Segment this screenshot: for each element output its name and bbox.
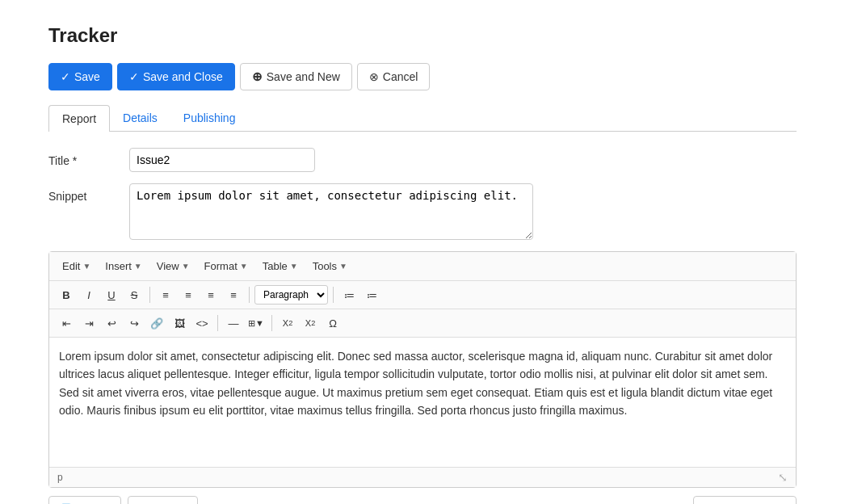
paragraph-select[interactable]: Paragraph Heading 1 Heading 2 Heading 3 … xyxy=(254,285,328,304)
menu-format[interactable]: Format ▼ xyxy=(198,257,254,275)
editor-body[interactable]: Lorem ipsum dolor sit amet, consectetur … xyxy=(49,338,796,467)
ordered-list-button[interactable]: ≔ xyxy=(361,284,382,305)
edit-chevron: ▼ xyxy=(82,262,90,271)
hr-button[interactable]: — xyxy=(223,313,244,334)
table-insert-button[interactable]: ⊞▼ xyxy=(246,313,267,334)
editor-toolbar-row1: B I U S ≡ ≡ ≡ ≡ Paragraph Heading 1 Head… xyxy=(49,281,796,309)
editor-container: Edit ▼ Insert ▼ View ▼ Format ▼ Table ▼ … xyxy=(48,251,797,488)
align-right-button[interactable]: ≡ xyxy=(200,284,221,305)
separator-4 xyxy=(217,315,218,331)
bold-button[interactable]: B xyxy=(56,284,77,305)
code-button[interactable]: <> xyxy=(191,313,212,334)
page-title: Tracker xyxy=(48,24,797,47)
editor-menubar: Edit ▼ Insert ▼ View ▼ Format ▼ Table ▼ … xyxy=(49,252,796,281)
separator-5 xyxy=(271,315,272,331)
link-button[interactable]: 🔗 xyxy=(146,313,167,334)
snippet-label: Snippet xyxy=(48,183,129,203)
align-center-button[interactable]: ≡ xyxy=(178,284,199,305)
editor-statusbar: p ⤡ xyxy=(49,467,796,487)
toolbar: ✓ Save ✓ Save and Close ⊕ Save and New ⊗… xyxy=(48,63,797,90)
view-chevron: ▼ xyxy=(182,262,190,271)
plus-icon: ⊕ xyxy=(252,69,263,84)
resize-handle-icon[interactable]: ⤡ xyxy=(778,471,788,484)
separator-2 xyxy=(249,287,250,303)
save-close-button[interactable]: ✓ Save and Close xyxy=(117,63,235,90)
outdent-button[interactable]: ⇤ xyxy=(56,313,77,334)
cancel-button[interactable]: ⊗ Cancel xyxy=(357,63,431,90)
format-chevron: ▼ xyxy=(240,262,248,271)
bottom-toolbar: 📄 Article 🖼 Image 👁 Toggle editor xyxy=(48,496,797,504)
x-icon: ⊗ xyxy=(369,70,379,83)
title-field-group: Title * xyxy=(48,148,797,172)
menu-tools[interactable]: Tools ▼ xyxy=(306,257,354,275)
menu-view[interactable]: View ▼ xyxy=(150,257,196,275)
tabs-nav: Report Details Publishing xyxy=(48,105,797,132)
tab-report[interactable]: Report xyxy=(48,105,110,132)
article-button[interactable]: 📄 Article xyxy=(48,496,121,504)
tab-publishing[interactable]: Publishing xyxy=(170,105,249,132)
image-button[interactable]: 🖼 xyxy=(169,313,190,334)
align-justify-button[interactable]: ≡ xyxy=(223,284,244,305)
image-insert-button[interactable]: 🖼 Image xyxy=(128,496,198,504)
statusbar-tag: p xyxy=(57,472,63,483)
special-chars-button[interactable]: Ω xyxy=(322,313,343,334)
italic-button[interactable]: I xyxy=(78,284,99,305)
bottom-left-buttons: 📄 Article 🖼 Image xyxy=(48,496,198,504)
unordered-list-button[interactable]: ≔ xyxy=(338,284,359,305)
underline-button[interactable]: U xyxy=(101,284,122,305)
strikethrough-button[interactable]: S xyxy=(124,284,145,305)
insert-chevron: ▼ xyxy=(134,262,142,271)
indent-button[interactable]: ⇥ xyxy=(78,313,99,334)
title-label: Title * xyxy=(48,148,129,167)
subscript-button[interactable]: X2 xyxy=(277,313,298,334)
separator-3 xyxy=(333,287,334,303)
menu-insert[interactable]: Insert ▼ xyxy=(99,257,148,275)
superscript-button[interactable]: X2 xyxy=(300,313,321,334)
check-icon: ✓ xyxy=(61,70,70,83)
tools-chevron: ▼ xyxy=(339,262,347,271)
snippet-textarea[interactable]: Lorem ipsum dolor sit amet, consectetur … xyxy=(129,183,533,240)
menu-table[interactable]: Table ▼ xyxy=(256,257,305,275)
save-button[interactable]: ✓ Save xyxy=(48,63,112,90)
editor-content: Lorem ipsum dolor sit amet, consectetur … xyxy=(59,347,786,420)
redo-button[interactable]: ↪ xyxy=(124,313,145,334)
bottom-right-buttons: 👁 Toggle editor xyxy=(693,496,797,504)
undo-button[interactable]: ↩ xyxy=(101,313,122,334)
separator-1 xyxy=(149,287,150,303)
table-chevron: ▼ xyxy=(290,262,298,271)
editor-toolbar-row2: ⇤ ⇥ ↩ ↪ 🔗 🖼 <> — ⊞▼ X2 X2 Ω xyxy=(49,309,796,338)
check-icon-2: ✓ xyxy=(129,70,139,83)
save-new-button[interactable]: ⊕ Save and New xyxy=(240,63,352,90)
tab-details[interactable]: Details xyxy=(110,105,170,132)
align-left-button[interactable]: ≡ xyxy=(155,284,176,305)
snippet-field-group: Snippet Lorem ipsum dolor sit amet, cons… xyxy=(48,183,797,240)
menu-edit[interactable]: Edit ▼ xyxy=(56,257,97,275)
toggle-editor-button[interactable]: 👁 Toggle editor xyxy=(693,496,797,504)
title-input[interactable] xyxy=(129,148,315,172)
